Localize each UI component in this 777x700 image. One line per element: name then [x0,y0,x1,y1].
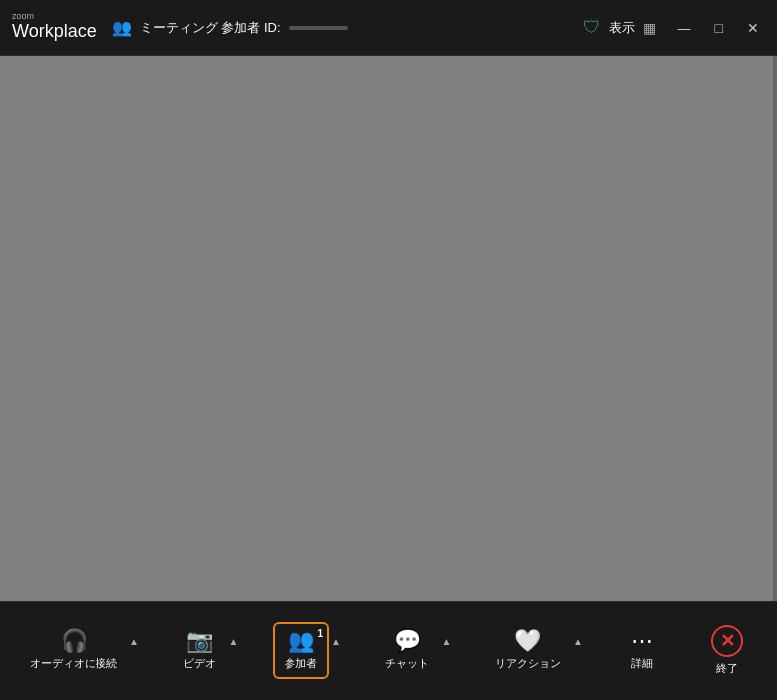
chat-chevron[interactable]: ▲ [437,628,455,655]
reaction-group: 🤍 リアクション ▲ [486,622,587,679]
video-chevron[interactable]: ▲ [224,628,242,655]
chat-group: 💬 チャット ▲ [375,622,455,679]
participants-icon: 👥 [112,18,132,37]
title-bar: zoom Workplace 👥 ミーティング 参加者 ID: 🛡 表示 ▦ —… [0,0,777,56]
video-icon: 📷 [186,630,213,652]
participants-label: 参加者 [285,656,317,671]
end-label: 終了 [716,661,738,676]
video-area [0,56,777,601]
end-group: ✕ 終了 [697,617,757,684]
restore-button[interactable]: □ [709,18,729,38]
video-button[interactable]: 📷 ビデオ [173,622,226,679]
chat-button[interactable]: 💬 チャット [375,622,439,679]
layout-icon: ▦ [643,20,656,36]
video-label: ビデオ [183,656,216,671]
participants-button[interactable]: 1 👥 参加者 [273,622,329,679]
more-icon: ⋯ [631,630,653,652]
app-logo: zoom Workplace [12,12,97,43]
end-icon: ✕ [711,625,743,657]
video-group: 📷 ビデオ ▲ [173,622,242,679]
audio-group: 🎧 オーディオに接続 ▲ [20,622,143,679]
reaction-icon: 🤍 [514,630,541,652]
reaction-button[interactable]: 🤍 リアクション [486,622,571,679]
chat-label: チャット [385,656,429,671]
right-edge-indicator [773,56,777,601]
security-section: 🛡 表示 ▦ [583,17,656,38]
chat-icon: 💬 [394,630,421,652]
zoom-text: zoom [12,12,34,21]
participants-icon-toolbar: 👥 [288,630,314,652]
view-label: 表示 [609,19,635,37]
more-label: 詳細 [631,656,653,671]
participants-chevron[interactable]: ▲ [327,628,345,655]
audio-label: オーディオに接続 [30,656,117,671]
reaction-chevron[interactable]: ▲ [569,628,587,655]
audio-chevron[interactable]: ▲ [125,628,143,655]
window-controls: — □ ✕ [672,18,765,38]
audio-button[interactable]: 🎧 オーディオに接続 [20,622,127,679]
meeting-label: ミーティング 参加者 ID: [140,19,281,37]
meeting-info: 👥 ミーティング 参加者 ID: [112,18,583,37]
workplace-text: Workplace [12,21,97,43]
reaction-label: リアクション [495,656,561,671]
minimize-button[interactable]: — [672,18,697,38]
end-button[interactable]: ✕ 終了 [697,617,757,684]
close-button[interactable]: ✕ [741,18,765,38]
shield-icon: 🛡 [583,17,601,38]
meeting-id [289,26,348,30]
toolbar: 🎧 オーディオに接続 ▲ 📷 ビデオ ▲ 1 👥 参加者 ▲ 💬 チャット ▲ … [0,601,777,700]
participants-group: 1 👥 参加者 ▲ [273,622,345,679]
participants-count: 1 [317,628,323,639]
more-button[interactable]: ⋯ 詳細 [617,622,667,679]
more-group: ⋯ 詳細 [617,622,667,679]
headphone-icon: 🎧 [61,630,88,652]
